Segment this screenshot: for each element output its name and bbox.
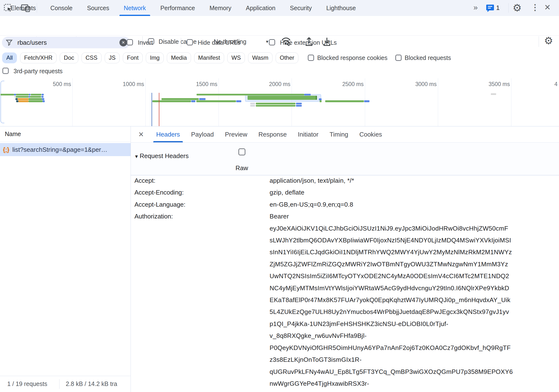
- header-value-line: z3s8EzLKjnOnToGT3ismGIx1R-: [270, 354, 513, 366]
- type-chip-manifest[interactable]: Manifest: [194, 53, 224, 63]
- waterfall-bar: [16, 96, 28, 98]
- type-chip-js[interactable]: JS: [105, 53, 120, 63]
- close-details-icon[interactable]: ×: [139, 130, 144, 139]
- network-status-bar: 1 / 19 requests 2.8 kB / 14.2 kB tra: [0, 376, 130, 392]
- header-value-line: v_8q8RXQgke_rw6uvNvFHfa9Bjl-: [270, 330, 513, 342]
- blocked-response-cookies-group: Blocked response cookies: [308, 54, 387, 61]
- waterfall-bar: [256, 103, 296, 104]
- details-tab-response[interactable]: Response: [259, 126, 287, 142]
- disclosure-triangle-icon: ▼: [134, 154, 139, 159]
- waterfall-bar: [31, 94, 41, 95]
- raw-headers-label: Raw: [233, 164, 250, 172]
- hide-extension-urls-checkbox[interactable]: [269, 39, 275, 46]
- hide-data-urls-checkbox[interactable]: [187, 39, 193, 46]
- settings-gear-icon[interactable]: ⚙: [512, 3, 522, 13]
- tab-elements[interactable]: Elements: [10, 0, 37, 16]
- chevron-down-icon[interactable]: ▼: [265, 40, 269, 44]
- type-chip-media[interactable]: Media: [167, 53, 191, 63]
- more-tabs-icon[interactable]: »: [473, 3, 478, 12]
- clear-filter-icon[interactable]: ×: [120, 39, 127, 46]
- waterfall-bar: [30, 96, 41, 98]
- close-devtools-icon[interactable]: ×: [544, 1, 550, 13]
- header-value-line: P0QeyKDVNyiOfGHR5OimHUnyA6YPa7nAnF2oj6Tz…: [270, 342, 513, 354]
- issues-count[interactable]: 1: [496, 4, 500, 12]
- filter-icon: [6, 39, 13, 46]
- waterfall-bar: [248, 96, 317, 100]
- devtools-tabbar: ElementsConsoleSourcesNetworkPerformance…: [0, 0, 559, 16]
- details-tab-timing[interactable]: Timing: [330, 126, 348, 142]
- type-chip-font[interactable]: Font: [123, 53, 143, 63]
- request-headers-section-header[interactable]: ▼Request Headers Raw: [131, 143, 559, 175]
- timeline-label: 1500 ms: [196, 81, 217, 88]
- tab-console[interactable]: Console: [49, 0, 74, 16]
- request-details-panel: × HeadersPayloadPreviewResponseInitiator…: [131, 126, 559, 392]
- timeline-gridline: [438, 78, 438, 126]
- details-tab-cookies[interactable]: Cookies: [359, 126, 382, 142]
- waterfall-bar: [319, 98, 322, 100]
- tab-lighthouse[interactable]: Lighthouse: [325, 0, 357, 16]
- section-title[interactable]: ▼Request Headers: [134, 152, 189, 160]
- domcontentloaded-marker: [152, 93, 152, 126]
- network-toolbar: Preserve log Disable cache No throttling…: [0, 16, 559, 36]
- details-tab-payload[interactable]: Payload: [191, 126, 214, 142]
- timeline-gridline: [511, 78, 511, 126]
- type-chip-doc[interactable]: Doc: [60, 53, 78, 63]
- section-title-text: Request Headers: [140, 152, 189, 160]
- header-value-line: sLWJhY2tlbmQ6ODAvYXBpIiwiaWF0IjoxNzI5NjE…: [270, 234, 513, 246]
- request-name: list?searchString=&page=1&per…: [12, 146, 107, 154]
- invert-checkbox[interactable]: [127, 39, 133, 46]
- type-chip-all[interactable]: All: [2, 53, 17, 63]
- more-options-icon[interactable]: ⋮: [531, 2, 539, 12]
- type-chip-css[interactable]: CSS: [82, 53, 102, 63]
- header-value-line: NC4yMjEyMTMsImVtYWlsIjoiYWRtaW5AcG9ydHdv…: [270, 282, 513, 294]
- filter-query-text: rbac/users: [18, 39, 47, 46]
- waterfall-bar: [18, 100, 28, 102]
- details-tab-headers[interactable]: Headers: [156, 126, 180, 142]
- waterfall-bar: [196, 100, 236, 102]
- waterfall-bar: [161, 98, 199, 100]
- type-chip-fetch-xhr[interactable]: Fetch/XHR: [20, 53, 56, 63]
- header-value-line: UwNTQ2NSIsIm5iZiI6MTcyOTYxODE2NC4yMzA0OD…: [270, 270, 513, 282]
- tab-network[interactable]: Network: [123, 0, 147, 16]
- waterfall-bar: [236, 100, 241, 102]
- waterfall-bar: [296, 103, 302, 104]
- blocked-requests-checkbox[interactable]: [395, 55, 402, 61]
- request-row[interactable]: {;} list?searchString=&page=1&per…: [0, 143, 130, 156]
- name-column-header[interactable]: Name: [0, 126, 130, 142]
- tab-sources[interactable]: Sources: [86, 0, 110, 16]
- header-value-line: qUGRuvPkLFNy4wAU_Ep8LTg5FT3YCq_QmBP3wiGX…: [270, 366, 513, 378]
- network-overview-timeline[interactable]: 500 ms1000 ms1500 ms2000 ms2500 ms3000 m…: [0, 78, 559, 127]
- type-chip-ws[interactable]: WS: [227, 53, 245, 63]
- details-tab-preview[interactable]: Preview: [225, 126, 247, 142]
- type-chip-list: AllFetch/XHRDocCSSJSFontImgMediaManifest…: [2, 53, 301, 63]
- network-filter-input[interactable]: rbac/users ×: [2, 37, 130, 48]
- issues-icon[interactable]: [486, 4, 494, 12]
- type-chip-wasm[interactable]: Wasm: [248, 53, 272, 63]
- header-value-line: eyJ0eXAiOiJKV1QiLCJhbGciOiJSUzI1NiJ9.eyJ…: [270, 223, 513, 234]
- waterfall-bar: [256, 105, 296, 107]
- request-count-summary: 1 / 19 requests: [7, 380, 47, 387]
- header-value-line: p1QI_P4jkKa-1UN23jmFeHSHSHKZ3icNSU-eDLiO…: [270, 318, 513, 330]
- tab-security[interactable]: Security: [289, 0, 313, 16]
- tab-application[interactable]: Application: [245, 0, 276, 16]
- blocked-response-cookies-checkbox[interactable]: [308, 55, 314, 61]
- tab-performance[interactable]: Performance: [159, 0, 196, 16]
- overview-window-left-handle[interactable]: [0, 81, 4, 123]
- waterfall-bar: [28, 100, 43, 102]
- waterfall-bar: [152, 100, 191, 102]
- load-event-marker: [159, 93, 159, 126]
- tab-memory[interactable]: Memory: [208, 0, 232, 16]
- header-row: Authorization:BearereyJ0eXAiOiJKV1QiLCJh…: [134, 210, 559, 390]
- waterfall-bar: [43, 100, 45, 102]
- raw-headers-checkbox[interactable]: [238, 148, 245, 155]
- details-tab-initiator[interactable]: Initiator: [298, 126, 318, 142]
- third-party-requests-checkbox[interactable]: [2, 68, 9, 74]
- type-chip-other[interactable]: Other: [276, 53, 298, 63]
- header-value-line: Bearer: [270, 210, 513, 222]
- blocked-response-cookies-label: Blocked response cookies: [317, 54, 387, 61]
- waterfall-bar: [304, 94, 311, 95]
- type-chip-img[interactable]: Img: [146, 53, 164, 63]
- header-value-line: 5L4ZUkEzQge7ULH8Uy2nYmucbos4WrPbbjjJuetd…: [270, 306, 513, 318]
- requests-panel: Name {;} list?searchString=&page=1&per… …: [0, 126, 131, 392]
- network-settings-gear-icon[interactable]: ⚙: [544, 36, 553, 46]
